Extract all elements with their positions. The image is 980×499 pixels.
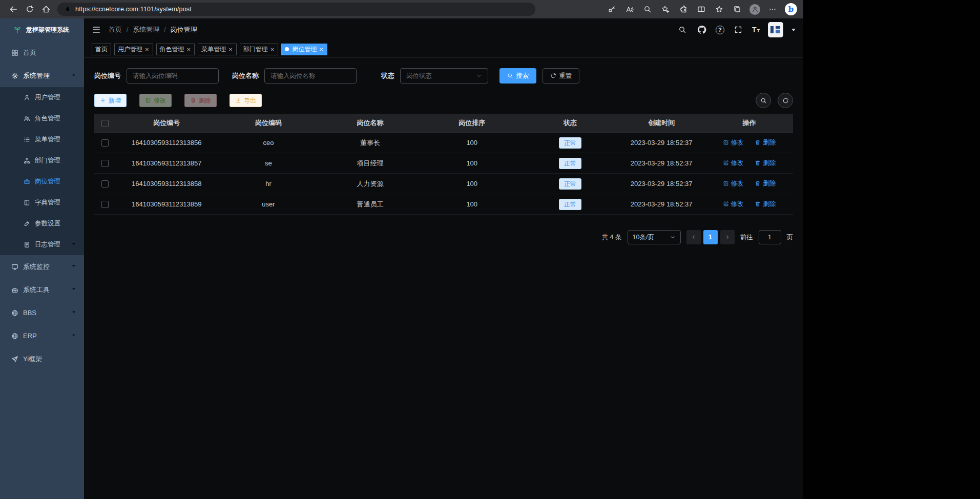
prev-page-button[interactable] — [686, 230, 701, 244]
breadcrumb-item[interactable]: 系统管理 — [133, 25, 159, 34]
tag-home[interactable]: 首页 — [92, 44, 111, 55]
close-icon[interactable]: × — [319, 46, 324, 53]
sidebar-item-yi-framework[interactable]: Yi框架 — [0, 347, 84, 370]
sidebar-item-users[interactable]: 用户管理 — [0, 87, 84, 108]
row-checkbox[interactable] — [101, 160, 109, 167]
cell-post-code: user — [218, 200, 320, 208]
row-edit-link[interactable]: 修改 — [723, 179, 744, 188]
add-favorite-icon[interactable] — [660, 4, 671, 15]
close-icon[interactable]: × — [270, 46, 275, 53]
delete-button[interactable]: 删除 — [184, 94, 217, 107]
close-icon[interactable]: × — [228, 46, 233, 53]
page-size-select[interactable]: 10条/页 — [628, 230, 681, 244]
close-icon[interactable]: × — [186, 46, 192, 53]
tag-users[interactable]: 用户管理 × — [114, 44, 153, 55]
sidebar-item-erp[interactable]: ERP — [0, 324, 84, 347]
home-button[interactable] — [38, 2, 54, 17]
back-button[interactable] — [5, 2, 22, 17]
sidebar-item-label: ERP — [23, 332, 37, 340]
refresh-table-button[interactable] — [778, 93, 793, 108]
profile-avatar[interactable] — [749, 4, 760, 15]
sidebar-item-departments[interactable]: 部门管理 — [0, 150, 84, 171]
sidebar-item-logs[interactable]: 日志管理 — [0, 234, 84, 255]
menu-list-icon — [24, 136, 30, 143]
sidebar-item-menus[interactable]: 菜单管理 — [0, 129, 84, 150]
collections-icon[interactable] — [732, 4, 743, 15]
toggle-search-button[interactable] — [756, 93, 771, 108]
sidebar-item-tools[interactable]: 系统工具 — [0, 278, 84, 301]
sidebar-item-roles[interactable]: 角色管理 — [0, 108, 84, 129]
add-button[interactable]: 新增 — [94, 94, 127, 107]
user-avatar[interactable] — [768, 22, 783, 37]
breadcrumb-item[interactable]: 首页 — [109, 25, 122, 34]
search-icon — [507, 73, 513, 79]
post-name-input[interactable] — [264, 68, 357, 84]
active-dot — [285, 47, 289, 51]
edit-icon — [723, 139, 729, 145]
collapse-sidebar-icon[interactable] — [92, 25, 101, 34]
chevron-down-icon — [71, 286, 77, 294]
sidebar-item-label: 日志管理 — [35, 240, 60, 249]
toolbox-icon — [11, 286, 18, 294]
cell-post-code: ceo — [218, 139, 320, 147]
sidebar-item-monitoring[interactable]: 系统监控 — [0, 255, 84, 278]
trash-icon — [190, 97, 196, 103]
settings-menu-icon[interactable] — [767, 4, 778, 15]
favorites-icon[interactable] — [714, 4, 725, 15]
font-size-icon[interactable]: TT — [752, 26, 760, 33]
edit-icon — [723, 201, 729, 207]
sidebar-item-system-mgmt[interactable]: 系统管理 — [0, 64, 84, 87]
refresh-button[interactable] — [22, 2, 38, 17]
sidebar-item-bbs[interactable]: BBS — [0, 301, 84, 324]
next-page-button[interactable] — [720, 230, 735, 244]
row-delete-link[interactable]: 删除 — [755, 159, 776, 168]
copilot-icon[interactable]: b — [785, 3, 797, 15]
tag-roles[interactable]: 角色管理 × — [156, 44, 195, 55]
row-checkbox[interactable] — [101, 139, 109, 147]
edit-button[interactable]: 修改 — [139, 94, 172, 107]
sidebar-item-posts[interactable]: 岗位管理 — [0, 171, 84, 192]
row-delete-link[interactable]: 删除 — [755, 200, 776, 209]
col-post-code: 岗位编码 — [218, 118, 320, 128]
search-form: 岗位编号 岗位名称 状态 岗位状态 搜索 — [94, 68, 793, 84]
browser-window: https://ccnetcore.com:1101/system/post b — [0, 0, 803, 499]
page-1-button[interactable]: 1 — [703, 230, 718, 244]
sidebar-item-parameters[interactable]: 参数设置 — [0, 213, 84, 234]
app-logo[interactable]: 意框架管理系统 — [0, 18, 84, 41]
reset-button[interactable]: 重置 — [543, 68, 579, 84]
read-aloud-icon[interactable] — [624, 4, 635, 15]
search-button[interactable]: 搜索 — [499, 68, 536, 84]
github-icon[interactable] — [696, 24, 707, 35]
passwords-key-icon[interactable] — [606, 4, 617, 15]
split-screen-icon[interactable] — [696, 4, 707, 15]
post-code-input[interactable] — [127, 68, 219, 84]
tag-posts-active[interactable]: 岗位管理 × — [281, 44, 327, 55]
sidebar-item-dictionary[interactable]: 字典管理 — [0, 192, 84, 213]
close-icon[interactable]: × — [144, 46, 150, 53]
row-edit-link[interactable]: 修改 — [723, 138, 744, 147]
goto-page-input[interactable] — [759, 230, 781, 244]
row-delete-link[interactable]: 删除 — [755, 138, 776, 147]
row-edit-link[interactable]: 修改 — [723, 200, 744, 209]
tag-departments[interactable]: 部门管理 × — [240, 44, 279, 55]
status-select[interactable]: 岗位状态 — [400, 68, 488, 84]
total-count: 共 4 条 — [602, 233, 622, 242]
sidebar-item-home[interactable]: 首页 — [0, 41, 84, 64]
help-question-icon[interactable]: ? — [716, 26, 724, 34]
avatar-caret-icon[interactable] — [791, 29, 796, 31]
sidebar-item-label: Yi框架 — [23, 355, 42, 364]
fullscreen-icon[interactable] — [733, 24, 744, 35]
row-edit-link[interactable]: 修改 — [723, 159, 744, 168]
chevron-left-icon — [691, 234, 697, 240]
export-button[interactable]: 导出 — [230, 94, 262, 107]
row-checkbox[interactable] — [101, 180, 109, 188]
search-icon[interactable] — [677, 24, 688, 35]
extensions-icon[interactable] — [678, 4, 689, 15]
zoom-icon[interactable] — [642, 4, 653, 15]
address-bar[interactable]: https://ccnetcore.com:1101/system/post — [57, 3, 535, 16]
row-delete-link[interactable]: 删除 — [755, 179, 776, 188]
row-checkbox[interactable] — [101, 201, 109, 208]
tag-menus[interactable]: 菜单管理 × — [198, 44, 237, 55]
lock-icon[interactable] — [65, 5, 71, 14]
select-all-checkbox[interactable] — [101, 120, 109, 127]
